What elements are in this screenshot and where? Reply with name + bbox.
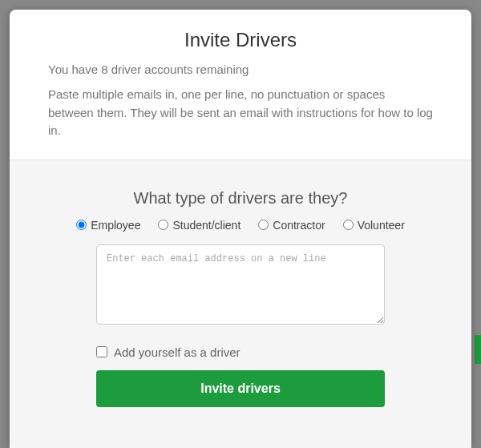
modal-header: Invite Drivers You have 8 driver account… — [10, 10, 471, 160]
radio-option-contractor[interactable]: Contractor — [258, 219, 325, 232]
accounts-remaining-text: You have 8 driver accounts remaining — [48, 63, 433, 76]
modal-body: What type of drivers are they? Employee … — [10, 160, 471, 449]
add-self-checkbox[interactable] — [96, 346, 107, 357]
modal-title: Invite Drivers — [48, 29, 433, 51]
radio-option-volunteer[interactable]: Volunteer — [343, 219, 405, 232]
radio-option-employee[interactable]: Employee — [76, 219, 140, 232]
driver-type-question: What type of drivers are they? — [134, 189, 348, 208]
driver-type-radio-group: Employee Student/client Contractor Volun… — [48, 219, 433, 232]
instructions-text: Paste multiple emails in, one per line, … — [48, 86, 433, 140]
radio-label: Employee — [91, 219, 140, 232]
radio-volunteer[interactable] — [343, 220, 354, 230]
radio-contractor[interactable] — [258, 220, 269, 230]
radio-student[interactable] — [158, 220, 168, 230]
invite-drivers-button[interactable]: Invite drivers — [96, 370, 385, 407]
background-accent — [475, 335, 481, 364]
radio-employee[interactable] — [76, 220, 87, 230]
radio-option-student[interactable]: Student/client — [158, 219, 240, 232]
radio-label: Student/client — [172, 219, 240, 232]
add-self-label: Add yourself as a driver — [114, 345, 240, 359]
radio-label: Volunteer — [358, 219, 405, 232]
add-self-checkbox-row[interactable]: Add yourself as a driver — [96, 345, 385, 359]
invite-drivers-modal: Invite Drivers You have 8 driver account… — [10, 10, 471, 448]
radio-label: Contractor — [273, 219, 325, 232]
emails-textarea[interactable] — [96, 244, 385, 325]
